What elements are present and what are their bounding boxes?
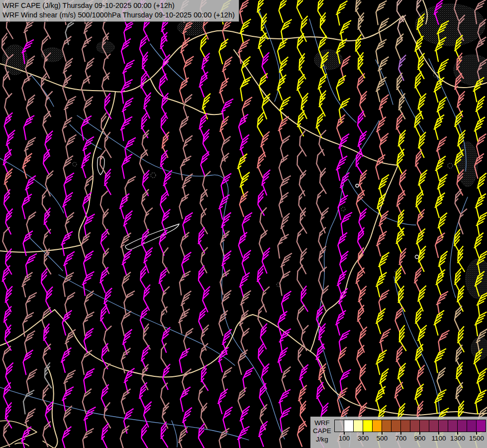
legend-label-field: CAPE xyxy=(310,427,334,435)
colorbar-cell xyxy=(458,420,467,432)
title-line-shear: WRF Wind shear (m/s) 500/1000hPa Thursda… xyxy=(2,10,235,20)
title-bar: WRF CAPE (J/kg) Thursday 09-10-2025 00:0… xyxy=(0,0,239,22)
colorbar-cell xyxy=(401,420,410,432)
colorbar-tick-label: 500 xyxy=(377,435,388,442)
colorbar-cell xyxy=(382,420,391,432)
colorbar-cell xyxy=(354,420,363,432)
legend-label-model: WRF xyxy=(310,419,334,427)
colorbar-cell xyxy=(429,420,439,432)
colorbar-cell xyxy=(363,420,373,432)
colorbar-cell xyxy=(373,420,382,432)
legend-colorbar: 100300500700900110013001500 xyxy=(334,417,487,448)
colorbar-cell xyxy=(410,420,420,432)
colorbar-tick-label: 1300 xyxy=(450,435,465,442)
colorbar-cell xyxy=(391,420,401,432)
colorbar-cell xyxy=(448,420,458,432)
colorbar-tick-label: 300 xyxy=(358,435,369,442)
colorbar-cell xyxy=(420,420,429,432)
colorbar-cell xyxy=(477,420,486,432)
colorbar-tick-label: 900 xyxy=(414,435,426,442)
colorbar-cell xyxy=(344,420,354,432)
map-canvas xyxy=(0,0,487,448)
colorbar-tick-label: 100 xyxy=(339,435,350,442)
legend-label: WRF CAPE J/kg xyxy=(310,417,334,448)
colorbar-cells xyxy=(334,420,486,432)
colorbar-cell xyxy=(439,420,448,432)
colorbar-tick-label: 700 xyxy=(395,435,407,442)
legend-label-unit: J/kg xyxy=(310,436,334,444)
colorbar-cell xyxy=(467,420,477,432)
title-line-cape: WRF CAPE (J/kg) Thursday 09-10-2025 00:0… xyxy=(2,1,235,10)
cape-legend: WRF CAPE J/kg 10030050070090011001300150… xyxy=(310,417,487,448)
weather-map-stage: WRF CAPE (J/kg) Thursday 09-10-2025 00:0… xyxy=(0,0,487,448)
colorbar-tick-label: 1500 xyxy=(469,435,484,442)
colorbar-cell xyxy=(335,420,344,432)
colorbar-tick-label: 1100 xyxy=(431,435,446,442)
